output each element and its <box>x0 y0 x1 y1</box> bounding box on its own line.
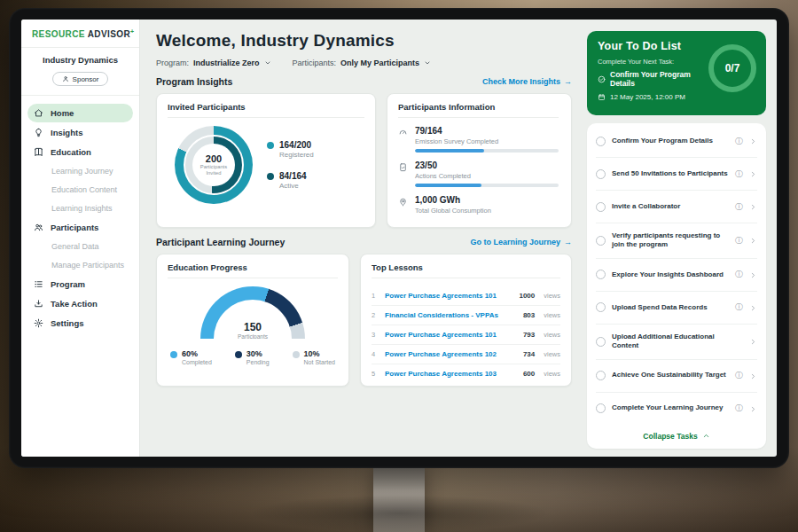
legend-label: Pending <box>246 359 270 365</box>
stat-value: 1,000 GWh <box>415 195 559 205</box>
legend-label: Completed <box>182 359 212 365</box>
sidebar-item-program[interactable]: Program <box>27 275 133 293</box>
chevron-right-icon[interactable] <box>749 368 757 384</box>
task-checkbox[interactable] <box>596 371 606 380</box>
todo-next-task: Confirm Your Program Details <box>598 70 711 88</box>
nav-label: Program <box>51 279 85 289</box>
nav-label: Learning Insights <box>51 204 113 213</box>
nav-label: General Data <box>51 242 99 251</box>
legend-value: 30% <box>246 349 270 358</box>
info-icon[interactable]: ⓘ <box>735 303 743 311</box>
task-row-upload-spend-data[interactable]: Upload Spend Data Records ⓘ <box>596 292 757 325</box>
legend-label: Registered <box>279 151 314 159</box>
nav-label: Learning Journey <box>51 167 113 176</box>
chevron-right-icon[interactable] <box>749 199 757 215</box>
legend-value: 84/164 <box>279 171 307 181</box>
lesson-title-link[interactable]: Financial Considerations - VPPAs <box>385 311 517 319</box>
sponsor-badge[interactable]: Sponsor <box>52 72 109 86</box>
lesson-row: 1 Power Purchase Agreements 101 1000 vie… <box>372 286 560 306</box>
donut-center: 200 Participants Invited <box>192 144 235 186</box>
progress-bar <box>415 149 559 153</box>
participants-filter[interactable]: Participants: Only My Participants <box>293 59 432 67</box>
task-row-upload-educational-content[interactable]: Upload Additional Educational Content <box>596 325 757 360</box>
sidebar-item-home[interactable]: Home <box>27 104 133 122</box>
chevron-right-icon[interactable] <box>749 166 757 182</box>
sidebar-item-settings[interactable]: Settings <box>27 314 133 332</box>
info-icon[interactable]: ⓘ <box>735 237 743 245</box>
logo-resource: RESOURCE <box>32 29 85 39</box>
donut-center-label: Participants Invited <box>198 164 230 176</box>
lesson-title-link[interactable]: Power Purchase Agreements 102 <box>385 350 517 358</box>
chevron-right-icon[interactable] <box>749 300 757 316</box>
go-to-learning-journey-link[interactable]: Go to Learning Journey → <box>470 238 572 246</box>
chevron-right-icon[interactable] <box>749 333 757 349</box>
nav-label: Manage Participants <box>51 261 124 270</box>
lesson-title-link[interactable]: Power Purchase Agreements 101 <box>385 331 517 339</box>
lesson-views: 793 <box>523 331 535 339</box>
info-icon[interactable]: ⓘ <box>735 203 743 211</box>
task-checkbox[interactable] <box>596 302 606 312</box>
info-icon[interactable]: ⓘ <box>735 270 743 278</box>
legend-value: 60% <box>182 349 212 358</box>
sidebar-item-learning-journey[interactable]: Learning Journey <box>27 162 133 180</box>
education-progress-card: Education Progress 150 Participants <box>156 254 349 387</box>
info-icon[interactable]: ⓘ <box>735 404 743 412</box>
task-checkbox[interactable] <box>596 337 606 347</box>
task-checkbox[interactable] <box>596 202 606 212</box>
legend-dot <box>293 351 300 358</box>
task-checkbox[interactable] <box>596 403 606 413</box>
sidebar-item-take-action[interactable]: Take Action <box>27 294 133 313</box>
page-title: Welcome, Industry Dynamics <box>156 31 572 51</box>
chevron-right-icon[interactable] <box>749 133 757 149</box>
lesson-title-link[interactable]: Power Purchase Agreements 101 <box>385 292 512 300</box>
card-title: Participants Information <box>398 102 559 118</box>
legend-completed: 60% Completed <box>170 349 212 365</box>
todo-progress-ring: 0/7 <box>708 44 756 92</box>
program-filter[interactable]: Program: Industrialize Zero <box>156 59 271 67</box>
sidebar-item-learning-insights[interactable]: Learning Insights <box>27 200 133 217</box>
collapse-tasks-link[interactable]: Collapse Tasks <box>596 425 757 449</box>
donut-legend: 164/200 Registered 84/164 Active <box>267 140 314 190</box>
filters-row: Program: Industrialize Zero Participants… <box>156 59 572 67</box>
lesson-views-suffix: views <box>544 331 560 339</box>
task-row-achieve-target[interactable]: Achieve One Sustainability Target ⓘ <box>596 360 757 393</box>
sidebar-item-participants[interactable]: Participants <box>27 218 133 237</box>
task-row-send-invitations[interactable]: Send 50 Invitations to Participants ⓘ <box>596 158 757 191</box>
task-row-explore-insights[interactable]: Explore Your Insights Dashboard ⓘ <box>596 259 757 292</box>
todo-next-task-label: Confirm Your Program Details <box>610 70 711 88</box>
chevron-right-icon[interactable] <box>749 232 757 248</box>
legend-dot <box>267 142 274 149</box>
invited-participants-card: Invited Participants 200 Participants In… <box>156 93 376 228</box>
participants-icon <box>34 223 43 232</box>
lesson-row: 4 Power Purchase Agreements 102 734 view… <box>372 345 560 364</box>
task-checkbox[interactable] <box>596 137 606 146</box>
legend-value: 10% <box>304 349 335 358</box>
stat-label: Total Global Consumption <box>415 207 559 215</box>
task-row-verify-participants[interactable]: Verify participants requesting to join t… <box>596 223 757 259</box>
sidebar-item-education[interactable]: Education <box>27 143 133 161</box>
program-insights-header: Program Insights Check More Insights → <box>156 76 572 87</box>
chevron-right-icon[interactable] <box>749 401 757 417</box>
task-row-complete-learning-journey[interactable]: Complete Your Learning Journey ⓘ <box>596 393 757 425</box>
todo-due-label: 12 May 2025, 12:00 PM <box>610 93 685 101</box>
sidebar-item-insights[interactable]: Insights <box>27 123 133 142</box>
info-icon[interactable]: ⓘ <box>735 137 743 145</box>
task-row-invite-collaborator[interactable]: Invite a Collaborator ⓘ <box>596 191 757 223</box>
chevron-right-icon[interactable] <box>749 267 757 283</box>
info-icon[interactable]: ⓘ <box>735 170 743 178</box>
chevron-down-icon <box>264 59 271 66</box>
task-row-confirm-program[interactable]: Confirm Your Program Details ⓘ <box>596 125 757 158</box>
check-more-insights-link[interactable]: Check More Insights → <box>482 77 572 86</box>
task-label: Explore Your Insights Dashboard <box>612 270 729 279</box>
lesson-title-link[interactable]: Power Purchase Agreements 103 <box>385 370 517 378</box>
task-checkbox[interactable] <box>596 169 606 179</box>
task-checkbox[interactable] <box>596 270 606 279</box>
sidebar-item-general-data[interactable]: General Data <box>27 238 133 255</box>
lesson-views: 600 <box>523 370 535 378</box>
task-label: Complete Your Learning Journey <box>612 403 729 412</box>
info-icon[interactable]: ⓘ <box>735 372 743 379</box>
task-checkbox[interactable] <box>596 236 606 246</box>
sidebar-item-manage-participants[interactable]: Manage Participants <box>27 256 133 274</box>
lesson-rank: 4 <box>372 350 379 358</box>
sidebar-item-education-content[interactable]: Education Content <box>27 181 133 199</box>
